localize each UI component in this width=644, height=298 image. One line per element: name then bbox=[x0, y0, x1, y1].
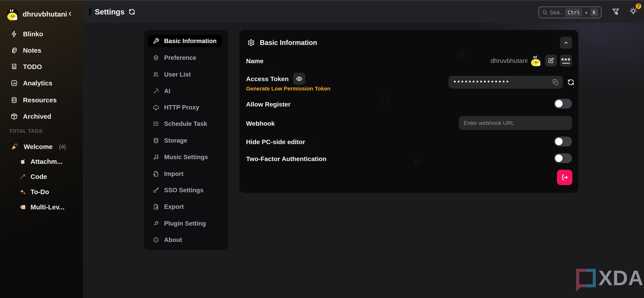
sidebar-item-label: Blinko bbox=[23, 30, 43, 38]
decor-circle-icon: ○ bbox=[380, 92, 390, 106]
sidebar-tag-attachment[interactable]: Attachm... bbox=[0, 154, 83, 169]
search-input[interactable] bbox=[550, 9, 562, 16]
change-password-button[interactable]: *** bbox=[560, 55, 572, 67]
settings-nav-panel: Basic Information Preference User List A… bbox=[144, 30, 228, 250]
settings-nav-item-import[interactable]: Import bbox=[153, 170, 184, 178]
settings-nav-item-http-proxy[interactable]: HTTP Proxy bbox=[153, 103, 199, 112]
user-avatar bbox=[7, 8, 19, 20]
two-factor-toggle[interactable] bbox=[554, 153, 572, 163]
settings-nav-item-music-settings[interactable]: Music Settings bbox=[153, 153, 208, 161]
tag-label: To-Do bbox=[30, 188, 49, 196]
filter-button[interactable] bbox=[612, 1, 620, 23]
nav-item-label: SSO Settings bbox=[164, 187, 204, 194]
settings-nav-item-preference[interactable]: Preference bbox=[153, 54, 196, 62]
sidebar-item-label: Archived bbox=[23, 113, 51, 120]
settings-nav-item-storage[interactable]: Storage bbox=[153, 136, 187, 145]
sidebar-collapse-button[interactable] bbox=[66, 10, 74, 18]
logout-icon bbox=[561, 173, 569, 181]
allow-register-toggle[interactable] bbox=[554, 99, 572, 109]
info-icon bbox=[153, 237, 159, 243]
logout-button[interactable] bbox=[557, 170, 572, 185]
nav-item-label: HTTP Proxy bbox=[164, 104, 199, 111]
database-icon bbox=[153, 137, 159, 144]
xda-bracket-left bbox=[576, 269, 586, 287]
label-icon bbox=[19, 158, 26, 165]
decor-star-icon: ☆ bbox=[310, 141, 320, 154]
nav-item-label: User List bbox=[164, 71, 191, 78]
settings-nav-item-ai[interactable]: AI bbox=[153, 87, 170, 95]
user-avatar[interactable] bbox=[530, 55, 542, 66]
masked-token-value: ••••••••••••••• bbox=[454, 78, 552, 85]
hide-pc-editor-label: Hide PC-side editor bbox=[246, 138, 305, 146]
edit-name-button[interactable] bbox=[545, 55, 557, 67]
tag-label: Multi-Lev... bbox=[30, 203, 64, 211]
todo-receipt-icon bbox=[10, 63, 18, 70]
nav-item-label: Export bbox=[164, 203, 184, 210]
sidebar-item-resources[interactable]: Resources bbox=[0, 92, 83, 108]
sidebar-item-blinko[interactable]: Blinko bbox=[0, 26, 83, 42]
decor-gear-icon: ⚙ bbox=[413, 157, 421, 168]
nav-item-label: Storage bbox=[164, 137, 187, 144]
show-token-button[interactable] bbox=[293, 73, 305, 85]
edit-pencil-icon bbox=[548, 57, 554, 64]
webhook-label: Webhook bbox=[246, 120, 275, 127]
lightbulb-icon bbox=[629, 7, 638, 16]
list-checks-icon bbox=[153, 121, 159, 127]
settings-nav-item-about[interactable]: About bbox=[153, 236, 182, 244]
database-icon bbox=[10, 97, 18, 104]
sidebar-item-notes[interactable]: Notes bbox=[0, 42, 83, 59]
nav-item-label: Import bbox=[164, 170, 184, 177]
sidebar-tag-multilevel[interactable]: Multi-Lev... bbox=[0, 200, 83, 215]
nav-item-label: Basic Information bbox=[164, 37, 217, 45]
sidebar-item-label: Notes bbox=[23, 47, 41, 54]
nav-item-label: AI bbox=[164, 88, 170, 95]
cloud-icon bbox=[153, 104, 159, 111]
generate-low-permission-token-link[interactable]: Generate Low Permission Token bbox=[246, 86, 330, 92]
sidebar-item-todo[interactable]: TODO bbox=[0, 58, 83, 75]
refresh-icon[interactable] bbox=[128, 8, 136, 15]
password-asterisks-icon: *** bbox=[561, 58, 571, 64]
tag-label: Attachm... bbox=[30, 158, 62, 165]
sidebar-tag-todo[interactable]: To-Do bbox=[0, 184, 83, 199]
search-box[interactable]: Ctrl + K bbox=[538, 6, 602, 18]
settings-nav-item-user-list[interactable]: User List bbox=[153, 70, 191, 79]
filter-bolt-icon bbox=[612, 8, 620, 16]
settings-nav-item-sso-settings[interactable]: SSO Settings bbox=[153, 186, 204, 194]
magic-wand-icon bbox=[19, 173, 26, 180]
wand-sparkles-icon bbox=[153, 88, 159, 94]
analytics-icon bbox=[10, 80, 18, 87]
card-title: Basic Information bbox=[260, 39, 317, 47]
kbd-k: K bbox=[590, 8, 598, 17]
sidebar-item-label: Analytics bbox=[23, 79, 52, 87]
settings-nav-item-basic-information[interactable]: Basic Information bbox=[148, 35, 222, 47]
nav-item-label: Plugin Setting bbox=[164, 220, 206, 227]
tag-label: Welcome bbox=[24, 143, 52, 150]
hide-pc-editor-toggle[interactable] bbox=[554, 137, 572, 146]
collapse-card-button[interactable] bbox=[560, 37, 572, 49]
two-factor-label: Two-Factor Authentication bbox=[246, 155, 326, 162]
sidebar-tag-code[interactable]: Code bbox=[0, 169, 83, 184]
search-icon bbox=[542, 10, 548, 15]
regenerate-token-icon[interactable] bbox=[567, 78, 575, 86]
name-value: dhruvbhutani bbox=[490, 57, 528, 64]
basic-information-card: ⚙ ○ ⚙ ☆ ⚙ ☆ ○ Basic Information Name dhr… bbox=[239, 30, 578, 193]
settings-nav-item-export[interactable]: Export bbox=[153, 203, 184, 211]
settings-nav-item-plugin-setting[interactable]: Plugin Setting bbox=[153, 219, 206, 228]
access-token-field[interactable]: ••••••••••••••• bbox=[448, 76, 563, 89]
settings-nav-item-schedule-task[interactable]: Schedule Task bbox=[153, 120, 207, 128]
name-label: Name bbox=[246, 57, 264, 65]
title-accent-bar bbox=[89, 8, 91, 16]
kbd-plus: + bbox=[585, 9, 588, 15]
party-popper-icon bbox=[10, 143, 18, 151]
music-icon bbox=[153, 154, 159, 160]
sidebar-tag-welcome[interactable]: Welcome (4) bbox=[0, 139, 83, 154]
sidebar-item-analytics[interactable]: Analytics bbox=[0, 75, 83, 91]
theme-button[interactable]: 7 bbox=[629, 1, 644, 23]
sidebar-item-archived[interactable]: Archived bbox=[0, 108, 83, 125]
copy-icon[interactable] bbox=[552, 79, 559, 86]
sidebar: dhruvbhutani Blinko Notes TODO Analytics… bbox=[0, 1, 83, 298]
sidebar-username: dhruvbhutani bbox=[22, 10, 67, 18]
page-title: Settings bbox=[95, 8, 124, 16]
tag-icon bbox=[19, 204, 26, 210]
webhook-input[interactable] bbox=[459, 116, 572, 130]
